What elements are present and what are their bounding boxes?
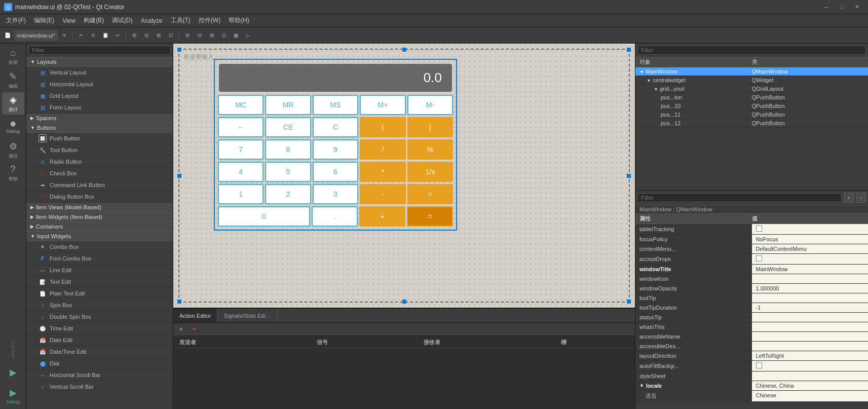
widget-grid-layout[interactable]: ▦ Grid Layout [26, 90, 173, 102]
menu-analyze[interactable]: Analyze [137, 16, 167, 26]
widget-font-combo-box[interactable]: F Font Combo Box [26, 253, 173, 265]
widget-line-edit[interactable]: — Line Edit [26, 265, 173, 276]
widget-command-link[interactable]: ➡ Command Link Button [26, 179, 173, 191]
pe-remove-button[interactable]: − [856, 193, 866, 203]
pe-val-whatsThis[interactable] [752, 322, 869, 331]
calculator-widget[interactable]: 0.0 MC MR MS M+ M- ← CE C ( ) [214, 59, 457, 231]
btn-inv[interactable]: 1/x [407, 162, 453, 182]
pe-val-contextMenu[interactable]: DefaultContextMenu [752, 244, 869, 253]
toolbar-paste[interactable]: 📋 [100, 30, 111, 41]
category-item-widgets[interactable]: ▶ Item Widgets (Item-Based) [26, 212, 173, 222]
pe-val-windowOpacity[interactable]: 1.000000 [752, 284, 869, 293]
btn-pct[interactable]: % [407, 139, 453, 160]
sidebar-run[interactable]: ▶ [2, 361, 24, 384]
btn-2[interactable]: 2 [265, 184, 311, 204]
pe-val-toolTipDuration[interactable]: -1 [752, 303, 869, 312]
pe-val-acceptDrops[interactable] [752, 254, 869, 264]
widget-push-button[interactable]: ⬜ Push Button [26, 133, 173, 144]
oi-row-pushbtn1[interactable]: pus...ton QPushButton [635, 93, 868, 102]
btn-ce[interactable]: CE [265, 117, 311, 137]
remove-signal-button[interactable]: − [188, 323, 200, 334]
toolbar-align3[interactable]: ⊠ [153, 30, 164, 41]
category-item-views[interactable]: ▶ Item Views (Model-Based) [26, 203, 173, 212]
menu-file[interactable]: 文件(F) [2, 15, 30, 26]
minimize-button[interactable]: ─ [819, 2, 834, 12]
pe-val-styleSheet[interactable] [752, 371, 869, 381]
tab-signals-slots[interactable]: Signals/Slots Edi… [217, 309, 278, 322]
pe-val-autoFill[interactable] [752, 361, 869, 371]
pe-val-windowIcon[interactable] [752, 274, 869, 283]
category-spacers[interactable]: ▶ Spacers [26, 114, 173, 123]
btn-7[interactable]: 7 [218, 139, 263, 160]
pe-val-accessibleName[interactable] [752, 332, 869, 341]
sidebar-debug-run[interactable]: ▶ Debug [2, 385, 24, 407]
add-signal-button[interactable]: + [175, 323, 186, 334]
btn-9[interactable]: 9 [313, 139, 358, 160]
sidebar-welcome[interactable]: ⌂ 欢迎 [2, 46, 24, 68]
pe-val-language[interactable]: Chinese [752, 391, 869, 401]
pe-val-accessibleDesc[interactable] [752, 342, 869, 351]
widget-datetime-edit[interactable]: 📅 Date/Time Edit [26, 346, 173, 358]
btn-6[interactable]: 6 [313, 162, 358, 182]
pe-val-tabletTracking[interactable] [752, 224, 869, 234]
toolbar-align2[interactable]: ⊟ [141, 30, 152, 41]
toolbar-cut[interactable]: ✂ [76, 30, 87, 41]
widget-spin-box[interactable]: ↕ Spin Box [26, 300, 173, 311]
design-area[interactable]: 在这里输入 0.0 MC MR MS M+ M- ← CE C [173, 44, 635, 308]
pe-val-focusPolicy[interactable]: NoFocus [752, 235, 869, 244]
btn-mr[interactable]: MR [265, 95, 311, 115]
btn-minus[interactable]: - [360, 184, 405, 204]
widget-v-scrollbar[interactable]: ↕ Vertical Scroll Bar [26, 381, 173, 393]
toolbar-grid1[interactable]: ⊞ [182, 30, 193, 41]
pe-val-statusTip[interactable] [752, 313, 869, 322]
sidebar-help[interactable]: ? 帮助 [2, 162, 24, 184]
oi-row-pushbtn12[interactable]: pus...12 QPushButton [635, 119, 868, 128]
widget-date-edit[interactable]: 📅 Date Edit [26, 334, 173, 346]
oi-row-pushbtn10[interactable]: pus...10 QPushButton [635, 102, 868, 110]
menu-help[interactable]: 帮助(H) [224, 15, 253, 26]
widget-text-edit[interactable]: 📝 Text Edit [26, 276, 173, 288]
maximize-button[interactable]: □ [835, 2, 849, 12]
btn-dot[interactable]: . [312, 206, 358, 227]
oi-filter-input[interactable] [637, 46, 866, 55]
widget-plain-text-edit[interactable]: 📄 Plain Text Edit [26, 288, 173, 300]
pe-add-button[interactable]: + [844, 193, 854, 203]
btn-0[interactable]: 0 [218, 206, 310, 227]
btn-4[interactable]: 4 [218, 162, 263, 182]
menu-edit[interactable]: 编辑(E) [30, 15, 58, 26]
oi-row-mainwindow[interactable]: ▼ MainWindow QMainWindow [635, 67, 868, 76]
pe-val-windowTitle[interactable]: MainWindow [752, 265, 869, 274]
btn-c[interactable]: C [313, 117, 358, 137]
toolbar-grid4[interactable]: ⊡ [218, 30, 230, 41]
sidebar-project[interactable]: ⚙ 项目 [2, 139, 24, 161]
menu-debug[interactable]: 调试(D) [108, 15, 137, 26]
widget-dialog-button-box[interactable]: ✗ Dialog Button Box [26, 191, 173, 203]
btn-mplus[interactable]: M+ [360, 95, 405, 115]
pe-val-toolTip[interactable] [752, 293, 869, 303]
widget-tool-button[interactable]: 🔧 Tool Button [26, 144, 173, 156]
widget-combo-box[interactable]: ▼ Combo Box [26, 241, 173, 253]
toolbar-close-file[interactable]: ✕ [59, 30, 70, 41]
widget-filter-input[interactable] [28, 46, 171, 55]
btn-mminus[interactable]: M- [407, 95, 453, 115]
toolbar-grid5[interactable]: ▦ [231, 30, 242, 41]
checkbox-tabletTracking[interactable] [756, 226, 762, 232]
menu-build[interactable]: 构建(B) [80, 15, 108, 26]
toolbar-grid2[interactable]: ⊟ [194, 30, 205, 41]
widget-h-scrollbar[interactable]: ↔ Horizontal Scroll Bar [26, 369, 173, 381]
pe-val-layoutDirection[interactable]: LeftToRight [752, 351, 869, 360]
toolbar-copy[interactable]: ⎘ [88, 30, 99, 41]
widget-dial[interactable]: ⬤ Dial [26, 358, 173, 369]
btn-rparen[interactable]: ) [407, 117, 453, 137]
btn-back[interactable]: ← [218, 117, 263, 137]
sidebar-design[interactable]: ◈ 设计 [2, 92, 24, 115]
oi-row-gridlayout[interactable]: ▼ grid...yout QGridLayout [635, 85, 868, 93]
sidebar-debug[interactable]: ⬣ Debug [2, 116, 24, 138]
toolbar-grid3[interactable]: ⊠ [206, 30, 217, 41]
category-containers[interactable]: ▶ Containers [26, 222, 173, 232]
btn-lparen[interactable]: ( [360, 117, 405, 137]
widget-check-box[interactable]: ☑ Check Box [26, 168, 173, 179]
category-layouts[interactable]: ▼ Layouts [26, 57, 173, 67]
close-button[interactable]: ✕ [850, 2, 864, 12]
menu-widgets[interactable]: 控件(W) [195, 15, 224, 26]
